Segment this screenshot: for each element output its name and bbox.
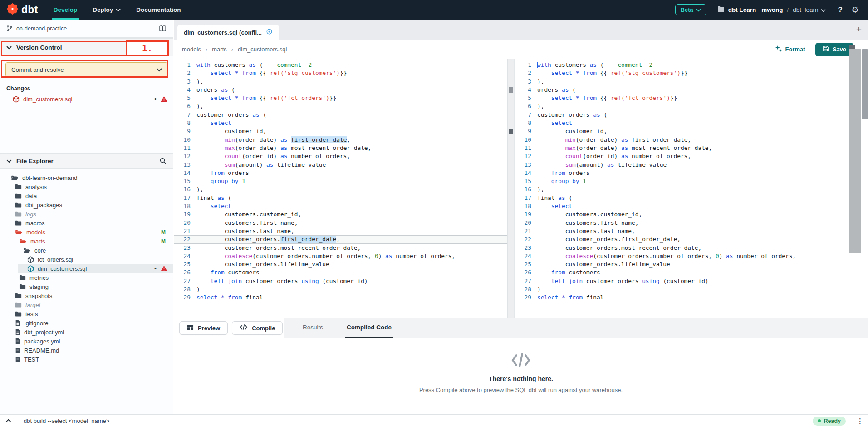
code-line-26[interactable]: 26 from customers: [515, 268, 849, 277]
tree-item-models[interactable]: modelsM: [0, 228, 173, 237]
dbt-logo[interactable]: dbt: [6, 3, 38, 17]
code-line-11[interactable]: 11 max(order_date) as most_recent_order_…: [174, 144, 507, 152]
kebab-menu-icon[interactable]: ⋮: [857, 417, 863, 425]
code-line-18[interactable]: 18 select: [174, 202, 507, 210]
help-icon[interactable]: ?: [838, 5, 842, 15]
tree-item-packages-yml[interactable]: packages.yml: [0, 337, 173, 346]
code-line-19[interactable]: 19 customers.customer_id,: [174, 210, 507, 218]
code-line-16[interactable]: 16),: [515, 185, 849, 194]
tree-item-metrics[interactable]: metrics: [0, 273, 173, 282]
tree-item-marts[interactable]: martsM: [0, 237, 173, 246]
project-selector[interactable]: dbt Learn - mwong / dbt_learn: [717, 6, 826, 14]
code-line-28[interactable]: 28): [515, 285, 849, 293]
nav-item-documentation[interactable]: Documentation: [136, 0, 181, 20]
code-line-17[interactable]: 17final as (: [174, 194, 507, 202]
breadcrumb-item-dim-customers-sql[interactable]: dim_customers.sql: [238, 46, 287, 53]
tree-item-snapshots[interactable]: snapshots: [0, 291, 173, 300]
code-line-6[interactable]: 6),: [515, 102, 849, 110]
tree-item-dbt-learn-on-demand[interactable]: dbt-learn-on-demand: [0, 173, 173, 182]
tree-item-dim-customers-sql[interactable]: dim_customers.sql•: [0, 264, 173, 273]
search-icon[interactable]: [159, 157, 167, 164]
code-line-1[interactable]: 1with customers as ( -- comment 2: [515, 61, 849, 69]
code-line-10[interactable]: 10 min(order_date) as first_order_date,: [515, 136, 849, 144]
file-explorer-header[interactable]: File Explorer: [0, 153, 173, 169]
command-input[interactable]: dbt build --select <model_name>: [24, 417, 813, 424]
editor-tab-dim-customers[interactable]: dim_customers.sql (confli...: [177, 25, 279, 40]
tree-item-staging[interactable]: staging: [0, 282, 173, 291]
scrollbar-marker[interactable]: [509, 87, 513, 93]
code-pane-right[interactable]: 1with customers as ( -- comment 22 selec…: [515, 59, 849, 318]
save-button[interactable]: Save: [815, 43, 853, 56]
code-line-2[interactable]: 2 select * from {{ ref('stg_customers')}…: [174, 69, 507, 77]
code-line-21[interactable]: 21 customers.last_name,: [174, 227, 507, 235]
code-line-27[interactable]: 27 left join customer_orders using (cust…: [515, 277, 849, 285]
code-line-28[interactable]: 28): [174, 285, 507, 293]
code-line-24[interactable]: 24 coalesce(customer_orders.number_of_or…: [174, 252, 507, 260]
left-pane-scrollbar[interactable]: [507, 59, 514, 318]
code-line-9[interactable]: 9 customer_id,: [515, 127, 849, 135]
commit-dropdown-toggle[interactable]: [151, 63, 167, 76]
nav-item-deploy[interactable]: Deploy: [93, 0, 121, 20]
code-line-27[interactable]: 27 left join customer_orders using (cust…: [174, 277, 507, 285]
code-line-21[interactable]: 21 customers.last_name,: [515, 227, 849, 235]
branch-row[interactable]: on-demand-practice: [0, 20, 173, 38]
code-line-3[interactable]: 3),: [515, 78, 849, 86]
code-line-9[interactable]: 9 customer_id,: [174, 127, 507, 135]
beta-dropdown[interactable]: Beta: [675, 4, 706, 15]
chevron-up-icon[interactable]: [0, 415, 17, 427]
code-line-26[interactable]: 26 from customers: [174, 268, 507, 277]
code-line-18[interactable]: 18 select: [515, 202, 849, 210]
code-line-8[interactable]: 8 select: [515, 119, 849, 127]
code-line-2[interactable]: 2 select * from {{ ref('stg_customers')}…: [515, 69, 849, 77]
code-line-5[interactable]: 5 select * from {{ ref('fct_orders')}}: [515, 94, 849, 102]
commit-and-resolve-button[interactable]: Commit and resolve: [5, 62, 167, 77]
code-line-23[interactable]: 23 customer_orders.most_recent_order_dat…: [174, 244, 507, 252]
tree-item-fct-orders-sql[interactable]: fct_orders.sql: [0, 255, 173, 264]
code-line-15[interactable]: 15 group by 1: [515, 177, 849, 185]
scrollbar-marker[interactable]: [509, 129, 513, 134]
code-line-7[interactable]: 7customer_orders as (: [174, 111, 507, 119]
tree-item-macros[interactable]: macros: [0, 218, 173, 228]
preview-button[interactable]: Preview: [179, 321, 228, 335]
code-line-13[interactable]: 13 sum(amount) as lifetime_value: [174, 161, 507, 169]
tree-item-logs[interactable]: logs: [0, 209, 173, 218]
right-pane-scrollbar[interactable]: [849, 49, 861, 253]
code-line-7[interactable]: 7customer_orders as (: [515, 111, 849, 119]
code-line-10[interactable]: 10 min(order_date) as first_order_date,: [174, 136, 507, 144]
tree-item-readme-md[interactable]: README.md: [0, 346, 173, 355]
code-line-4[interactable]: 4orders as (: [174, 86, 507, 94]
nav-item-develop[interactable]: Develop: [54, 0, 78, 20]
panel-tab-compiled-code[interactable]: Compiled Code: [345, 318, 393, 338]
status-ready-badge[interactable]: Ready: [813, 417, 846, 426]
version-control-header[interactable]: Version Control: [0, 38, 173, 56]
breadcrumb-item-models[interactable]: models: [182, 46, 201, 53]
code-line-6[interactable]: 6),: [174, 102, 507, 110]
code-line-22[interactable]: 22 customer_orders.first_order_date,: [174, 235, 507, 243]
code-line-25[interactable]: 25 customer_orders.lifetime_value: [174, 260, 507, 268]
code-line-12[interactable]: 12 count(order_id) as number_of_orders,: [515, 152, 849, 160]
code-line-14[interactable]: 14 from orders: [174, 169, 507, 177]
code-line-15[interactable]: 15 group by 1: [174, 177, 507, 185]
code-pane-left[interactable]: 1with customers as ( -- comment 22 selec…: [174, 59, 507, 318]
code-line-19[interactable]: 19 customers.customer_id,: [515, 210, 849, 218]
code-line-14[interactable]: 14 from orders: [515, 169, 849, 177]
tree-item-tests[interactable]: tests: [0, 309, 173, 318]
code-line-29[interactable]: 29select * from final: [515, 293, 849, 302]
code-line-13[interactable]: 13 sum(amount) as lifetime_value: [515, 161, 849, 169]
tree-item-dbt-packages[interactable]: dbt_packages: [0, 200, 173, 209]
tree-item-target[interactable]: target: [0, 300, 173, 309]
code-line-20[interactable]: 20 customers.first_name,: [174, 219, 507, 227]
code-line-29[interactable]: 29select * from final: [174, 293, 507, 302]
breadcrumb-item-marts[interactable]: marts: [212, 46, 227, 53]
change-item-dim-customers-sql[interactable]: dim_customers.sql•: [0, 94, 173, 104]
tree-item-analysis[interactable]: analysis: [0, 182, 173, 191]
code-line-5[interactable]: 5 select * from {{ ref('fct_orders')}}: [174, 94, 507, 102]
panel-tab-results[interactable]: Results: [301, 318, 325, 338]
code-line-11[interactable]: 11 max(order_date) as most_recent_order_…: [515, 144, 849, 152]
tree-item-test[interactable]: TEST: [0, 355, 173, 364]
outer-scrollbar-thumb[interactable]: [862, 49, 868, 119]
code-line-8[interactable]: 8 select: [174, 119, 507, 127]
docs-book-icon[interactable]: [159, 25, 167, 32]
tree-item-gitignore[interactable]: .gitignore: [0, 318, 173, 328]
code-line-24[interactable]: 24 coalesce(customer_orders.number_of_or…: [515, 252, 849, 260]
